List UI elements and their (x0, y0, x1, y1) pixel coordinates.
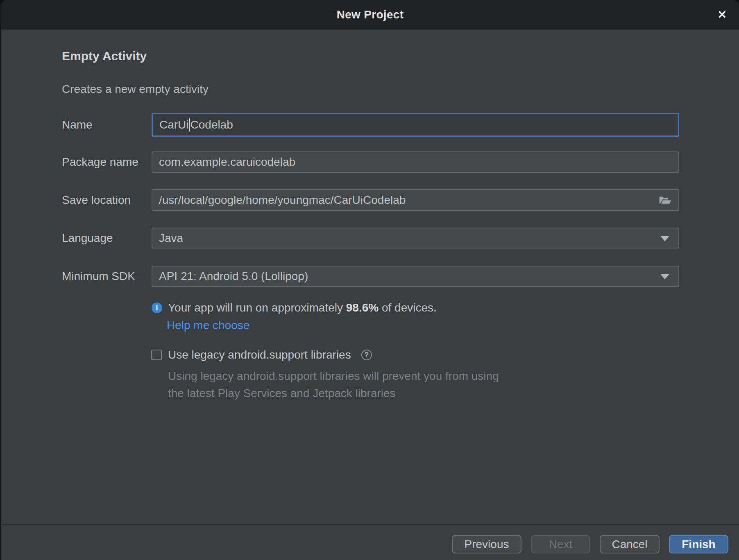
page-title: Empty Activity (62, 49, 147, 63)
next-button[interactable]: Next (531, 535, 590, 553)
dialog-title: New Project (337, 8, 404, 21)
close-icon[interactable]: ✕ (717, 9, 727, 20)
legacy-libraries-label: Use legacy android.support libraries (168, 348, 351, 361)
cancel-button[interactable]: Cancel (600, 535, 660, 553)
name-input[interactable]: CarUiCodelab (152, 113, 679, 137)
help-me-choose-link[interactable]: Help me choose (167, 319, 249, 332)
min-sdk-label: Minimum SDK (62, 266, 135, 287)
dropdown-arrow-icon (660, 274, 669, 279)
legacy-libraries-checkbox[interactable] (151, 350, 162, 360)
min-sdk-dropdown[interactable]: API 21: Android 5.0 (Lollipop) (152, 266, 679, 287)
finish-button[interactable]: Finish (669, 535, 728, 553)
language-label: Language (62, 228, 113, 248)
legacy-libraries-description: Using legacy android.support libraries w… (168, 368, 541, 402)
save-location-value: /usr/local/google/home/youngmac/CarUiCod… (159, 194, 406, 207)
dropdown-arrow-icon (660, 236, 669, 241)
language-value: Java (159, 232, 183, 245)
help-icon[interactable]: ? (361, 350, 372, 360)
page-subtitle: Creates a new empty activity (62, 83, 209, 96)
title-bar: New Project ✕ (1, 0, 739, 29)
folder-open-icon (659, 195, 672, 205)
language-dropdown[interactable]: Java (152, 228, 679, 248)
name-value-before-caret: CarUi (159, 118, 189, 131)
new-project-dialog: New Project ✕ Empty Activity Creates a n… (0, 0, 739, 560)
save-location-input[interactable]: /usr/local/google/home/youngmac/CarUiCod… (152, 189, 679, 211)
save-location-label: Save location (62, 189, 131, 211)
previous-button[interactable]: Previous (452, 535, 521, 553)
package-name-label: Package name (62, 151, 138, 173)
name-value-after-caret: Codelab (190, 118, 233, 131)
footer-divider (1, 524, 739, 525)
name-label: Name (62, 113, 93, 137)
sdk-info-row: i Your app will run on approximately 98.… (152, 301, 437, 314)
min-sdk-value: API 21: Android 5.0 (Lollipop) (159, 270, 308, 283)
browse-folder-button[interactable] (659, 195, 672, 205)
sdk-info-text: Your app will run on approximately 98.6%… (168, 301, 437, 314)
info-icon: i (152, 303, 162, 313)
device-percentage: 98.6% (346, 301, 379, 314)
legacy-libraries-row: Use legacy android.support libraries ? (151, 348, 372, 361)
package-name-value: com.example.caruicodelab (159, 156, 295, 169)
text-caret (189, 118, 190, 131)
package-name-input[interactable]: com.example.caruicodelab (152, 151, 679, 173)
